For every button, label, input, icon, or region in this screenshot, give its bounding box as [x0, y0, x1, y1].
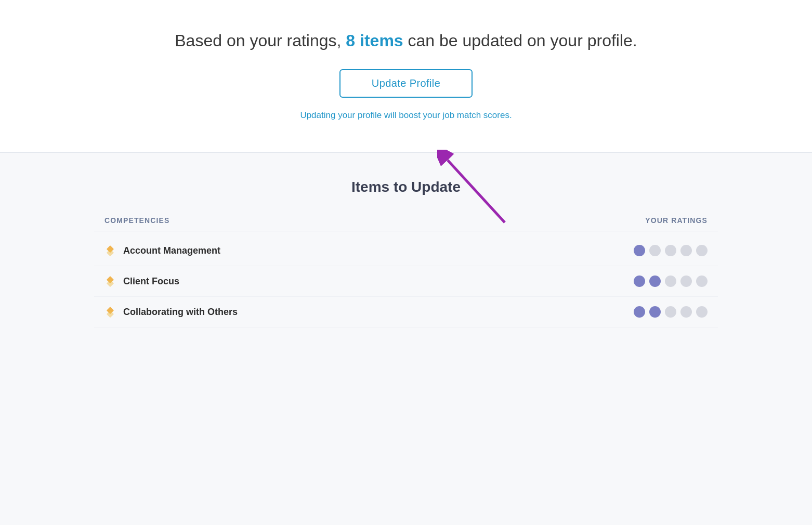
- table-row: Account Management: [94, 235, 718, 266]
- competencies-header: COMPETENCIES YOUR RATINGS: [94, 216, 718, 231]
- headline-suffix: can be updated on your profile.: [403, 31, 637, 50]
- rating-dots: [634, 245, 708, 256]
- top-section: Based on your ratings, 8 items can be up…: [0, 0, 812, 153]
- rating-dot: [649, 245, 661, 256]
- rating-dot: [680, 306, 692, 318]
- items-title: Items to Update: [94, 179, 718, 195]
- diamond-icon: [104, 275, 116, 287]
- rating-dot: [665, 245, 676, 256]
- headline-prefix: Based on your ratings,: [175, 31, 346, 50]
- boost-text: Updating your profile will boost your jo…: [300, 110, 512, 121]
- rating-dot: [649, 306, 661, 318]
- rating-dot: [680, 245, 692, 256]
- rating-dot: [634, 245, 645, 256]
- rating-dot: [649, 275, 661, 287]
- rating-dot: [696, 245, 708, 256]
- rating-dot: [696, 275, 708, 287]
- table-row: Client Focus: [94, 266, 718, 297]
- col-competencies-label: COMPETENCIES: [104, 216, 169, 225]
- rating-dot: [665, 306, 676, 318]
- rating-dot: [634, 306, 645, 318]
- rating-dot: [665, 275, 676, 287]
- col-ratings-label: YOUR RATINGS: [645, 216, 708, 225]
- rating-dot: [634, 275, 645, 287]
- competency-name: Client Focus: [123, 276, 179, 287]
- table-row: Collaborating with Others: [94, 297, 718, 327]
- diamond-icon: [104, 306, 116, 318]
- diamond-icon: [104, 245, 116, 256]
- page-wrapper: Based on your ratings, 8 items can be up…: [0, 0, 812, 525]
- headline-highlight: 8 items: [346, 31, 403, 50]
- rating-dot: [696, 306, 708, 318]
- rating-dot: [680, 275, 692, 287]
- competency-name: Collaborating with Others: [123, 307, 238, 318]
- competency-name: Account Management: [123, 245, 220, 256]
- rating-dots: [634, 275, 708, 287]
- headline: Based on your ratings, 8 items can be up…: [94, 31, 718, 50]
- competency-list: Account Management Client Focus Collabor…: [94, 235, 718, 327]
- bottom-section: Items to Update COMPETENCIES YOUR RATING…: [0, 153, 812, 525]
- rating-dots: [634, 306, 708, 318]
- update-profile-button[interactable]: Update Profile: [339, 69, 473, 98]
